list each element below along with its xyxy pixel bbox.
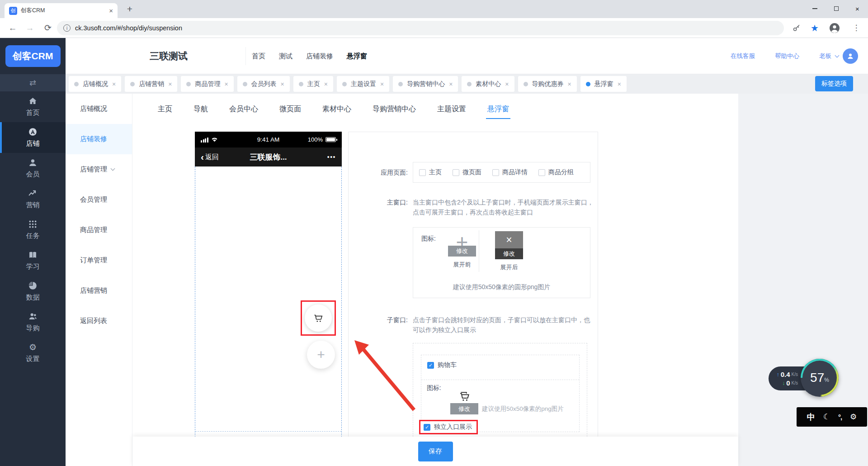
close-icon[interactable]: × xyxy=(281,81,284,88)
tab-member-list[interactable]: 会员列表× xyxy=(237,76,290,92)
sidebar-item-learning[interactable]: 学习 xyxy=(0,245,66,276)
user-menu[interactable]: 老板 xyxy=(819,48,858,64)
nav-item-home[interactable]: 首页 xyxy=(252,52,265,61)
close-icon[interactable]: × xyxy=(168,81,172,88)
checkbox-row-micro-page[interactable]: 微页面 xyxy=(453,168,481,176)
modify-cart-icon-button[interactable]: 修改 xyxy=(450,403,478,414)
checkbox-checked[interactable]: ✓ xyxy=(424,424,430,431)
close-icon[interactable]: × xyxy=(380,81,384,88)
tab-close-icon[interactable]: × xyxy=(109,7,113,14)
modify-before-button[interactable]: 修改 xyxy=(448,246,476,257)
nav-item-test[interactable]: 测试 xyxy=(279,52,292,61)
save-button[interactable]: 保存 xyxy=(418,442,453,461)
standalone-entry-highlight[interactable]: ✓ 独立入口展示 xyxy=(419,420,478,434)
submenu-item-store-overview[interactable]: 店铺概况 xyxy=(66,94,132,124)
ime-lang-button[interactable]: 中 xyxy=(807,412,815,423)
ime-toolbar[interactable]: 中 ☾ °, ⚙ xyxy=(797,407,867,427)
sidebar-item-home[interactable]: 首页 xyxy=(0,91,66,122)
tag-options-button[interactable]: 标签选项 xyxy=(815,76,853,91)
close-icon[interactable]: × xyxy=(505,81,509,88)
download-arrow-icon: ↓ xyxy=(782,380,785,386)
ime-punct-button[interactable]: °, xyxy=(838,413,842,421)
sidebar-item-settings[interactable]: ⚙ 设置 xyxy=(0,338,66,368)
browser-tab[interactable]: 创 创客CRM × xyxy=(5,3,118,18)
close-icon[interactable]: × xyxy=(449,81,453,88)
avatar[interactable] xyxy=(843,48,858,64)
cart-float-button[interactable] xyxy=(305,304,332,332)
window-minimize-button[interactable] xyxy=(804,0,826,17)
checkbox-unchecked[interactable] xyxy=(538,169,545,176)
submenu-item-store-marketing[interactable]: 店铺营销 xyxy=(66,276,132,306)
close-icon[interactable]: × xyxy=(324,81,328,88)
phone-more-icon[interactable]: ••• xyxy=(327,153,336,161)
bookmark-star-icon[interactable]: ★ xyxy=(807,18,822,38)
sidebar-item-guide[interactable]: 导购 xyxy=(0,307,66,338)
sidebar-item-data[interactable]: 数据 xyxy=(0,276,66,307)
close-icon[interactable]: × xyxy=(568,81,571,88)
submenu-item-product-management[interactable]: 商品管理 xyxy=(66,215,132,245)
store-name: 三联测试 xyxy=(150,38,188,74)
new-tab-button[interactable]: + xyxy=(123,2,137,16)
submenu-item-member-management[interactable]: 会员管理 xyxy=(66,185,132,215)
tab-store-marketing[interactable]: 店铺营销× xyxy=(125,76,177,92)
checkbox-unchecked[interactable] xyxy=(419,169,426,176)
tab-theme-settings[interactable]: 主题设置× xyxy=(337,76,389,92)
subtab-member-center[interactable]: 会员中心 xyxy=(229,105,258,114)
close-icon[interactable]: × xyxy=(224,81,228,88)
tab-product-management[interactable]: 商品管理× xyxy=(181,76,233,92)
subtab-home[interactable]: 主页 xyxy=(158,105,172,114)
close-icon[interactable]: × xyxy=(618,81,621,88)
phone-canvas[interactable]: + xyxy=(195,166,342,444)
sidebar-item-marketing[interactable]: 营销 xyxy=(0,184,66,214)
submenu-item-store-decoration[interactable]: 店铺装修 xyxy=(66,124,132,154)
tab-floating-window[interactable]: 悬浮窗× xyxy=(580,76,627,92)
sidebar-item-shop[interactable]: 店铺 xyxy=(0,122,66,153)
tab-guide-marketing-center[interactable]: 导购营销中心× xyxy=(393,76,458,92)
password-key-icon[interactable] xyxy=(789,18,804,38)
net-speed-widget[interactable]: ↑0.4K/s ↓0K/s 57% xyxy=(769,359,839,397)
checkbox-unchecked[interactable] xyxy=(492,169,499,176)
tab-material-center[interactable]: 素材中心× xyxy=(462,76,514,92)
performance-gauge[interactable]: 57% xyxy=(801,359,839,397)
submenu-item-back-to-list[interactable]: 返回列表 xyxy=(66,306,132,336)
tab-home[interactable]: 主页× xyxy=(293,76,333,92)
subtab-material-center[interactable]: 素材中心 xyxy=(322,105,351,114)
ime-settings-gear-icon[interactable]: ⚙ xyxy=(850,412,857,422)
page-info-icon[interactable]: i xyxy=(63,24,71,32)
refresh-icon[interactable]: ⟳ xyxy=(41,18,55,38)
cart-checkbox-row[interactable]: ✓ 购物车 xyxy=(427,361,457,369)
address-bar[interactable]: i ck.3usoft.com/#/shop/diy/suspension xyxy=(57,21,784,35)
subtab-micro-page[interactable]: 微页面 xyxy=(279,105,301,114)
subtab-floating-window[interactable]: 悬浮窗 xyxy=(487,105,509,114)
subtab-navigation[interactable]: 导航 xyxy=(193,105,208,114)
moon-icon[interactable]: ☾ xyxy=(823,412,830,422)
sidebar-item-tasks[interactable]: 任务 xyxy=(0,214,66,245)
profile-avatar-icon[interactable] xyxy=(827,18,842,38)
phone-back-button[interactable]: ‹返回 xyxy=(201,153,219,162)
sidebar-item-member[interactable]: 会员 xyxy=(0,153,66,184)
subtab-theme-settings[interactable]: 主题设置 xyxy=(437,105,466,114)
tab-guide-coupon[interactable]: 导购优惠券× xyxy=(518,76,577,92)
window-close-button[interactable]: × xyxy=(847,0,868,17)
online-service-link[interactable]: 在线客服 xyxy=(731,52,755,60)
nav-item-floating-window[interactable]: 悬浮窗 xyxy=(347,52,367,61)
checkbox-unchecked[interactable] xyxy=(453,169,459,176)
close-icon[interactable]: × xyxy=(112,81,116,88)
checkbox-row-product-detail[interactable]: 商品详情 xyxy=(492,168,528,176)
checkbox-row-home[interactable]: 主页 xyxy=(419,168,442,176)
modify-after-button[interactable]: 修改 xyxy=(495,248,523,259)
browser-menu-icon[interactable]: ⋮ xyxy=(849,18,863,38)
subtab-guide-marketing-center[interactable]: 导购营销中心 xyxy=(373,105,416,114)
sidebar-collapse-button[interactable]: ⇄ xyxy=(0,74,66,91)
forward-icon[interactable]: → xyxy=(23,18,37,38)
window-maximize-button[interactable] xyxy=(826,0,847,17)
help-center-link[interactable]: 帮助中心 xyxy=(775,52,799,60)
submenu-item-store-management[interactable]: 店铺管理 xyxy=(66,154,132,185)
add-float-button[interactable]: + xyxy=(307,341,335,369)
checkbox-row-product-group[interactable]: 商品分组 xyxy=(538,168,574,176)
submenu-item-order-management[interactable]: 订单管理 xyxy=(66,245,132,276)
checkbox-checked[interactable]: ✓ xyxy=(427,362,434,369)
nav-item-store-decoration[interactable]: 店铺装修 xyxy=(306,52,333,61)
back-icon[interactable]: ← xyxy=(5,18,20,38)
tab-store-overview[interactable]: 店铺概况× xyxy=(69,76,121,92)
